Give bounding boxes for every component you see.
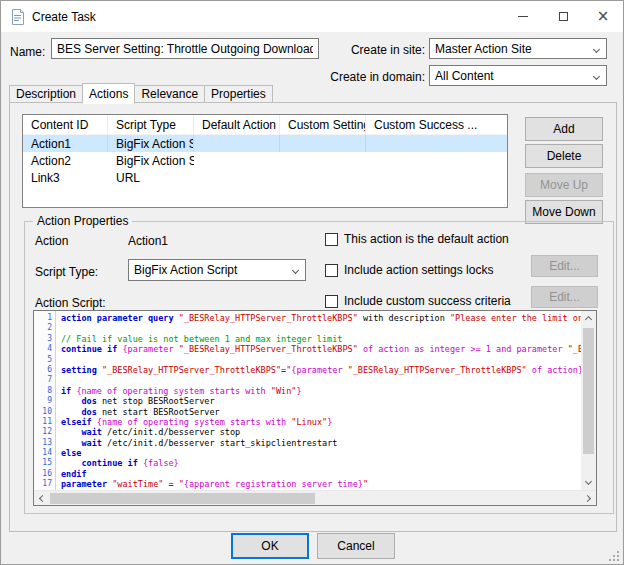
script-line: parameter "waitTime" = "{apparent regist… bbox=[61, 479, 581, 489]
table-cell bbox=[194, 152, 280, 169]
script-line: setting "_BESRelay_HTTPServer_ThrottleKB… bbox=[61, 365, 581, 375]
script-line: wait /etc/init.d/besserver stop bbox=[61, 427, 581, 437]
cancel-button[interactable]: Cancel bbox=[317, 533, 395, 559]
line-number: 6 bbox=[34, 365, 55, 375]
column-header[interactable]: Custom Settings bbox=[280, 115, 366, 135]
actions-tab-page: Content IDScript TypeDefault ActionCusto… bbox=[9, 102, 617, 532]
actions-list[interactable]: Content IDScript TypeDefault ActionCusto… bbox=[22, 114, 508, 208]
tab-strip: Description Actions Relevance Properties bbox=[9, 84, 272, 103]
chevron-right-icon bbox=[584, 495, 591, 502]
title-bar[interactable]: Create Task × bbox=[1, 1, 623, 32]
default-action-checkbox[interactable]: This action is the default action bbox=[325, 232, 509, 246]
chevron-down-icon bbox=[585, 478, 592, 485]
table-row[interactable]: Link3URL bbox=[23, 169, 507, 186]
line-number-gutter: 1234567891011121314151617 bbox=[34, 311, 56, 490]
settings-locks-checkbox[interactable]: Include action settings locks bbox=[325, 263, 493, 277]
horizontal-scrollbar[interactable] bbox=[34, 490, 596, 505]
table-cell bbox=[280, 169, 366, 186]
script-line: dos net start BESRootServer bbox=[61, 407, 581, 417]
line-number: 7 bbox=[34, 375, 55, 385]
ok-button[interactable]: OK bbox=[231, 533, 309, 559]
document-icon bbox=[11, 9, 24, 25]
line-number: 2 bbox=[34, 323, 55, 333]
checkbox-label: Include custom success criteria bbox=[344, 294, 511, 308]
create-in-site-label: Create in site: bbox=[325, 43, 425, 57]
delete-button[interactable]: Delete bbox=[525, 144, 603, 168]
add-button[interactable]: Add bbox=[525, 117, 603, 141]
resize-grip[interactable] bbox=[609, 551, 621, 563]
create-in-domain-select[interactable]: All Content bbox=[429, 65, 607, 86]
script-line: else bbox=[61, 448, 581, 458]
line-number: 13 bbox=[34, 438, 55, 448]
column-header[interactable]: Custom Success ... bbox=[366, 115, 507, 135]
checkbox-label: This action is the default action bbox=[344, 232, 509, 246]
table-row[interactable]: Action2BigFix Action Scr... bbox=[23, 152, 507, 169]
table-row[interactable]: Action1BigFix Action Scr... bbox=[23, 135, 507, 152]
create-task-dialog: Create Task × Name: Create in site: Mast… bbox=[0, 0, 624, 565]
tab-actions[interactable]: Actions bbox=[82, 83, 135, 104]
checkbox-icon bbox=[325, 264, 338, 277]
column-header[interactable]: Script Type bbox=[108, 115, 194, 135]
script-line: elseif {name of operating system starts … bbox=[61, 417, 581, 427]
script-line bbox=[61, 323, 581, 333]
line-number: 17 bbox=[34, 479, 55, 489]
list-body: Action1BigFix Action Scr...Action2BigFix… bbox=[23, 135, 507, 186]
action-script-editor[interactable]: 1234567891011121314151617 action paramet… bbox=[33, 310, 597, 506]
close-icon: × bbox=[597, 9, 610, 24]
line-number: 9 bbox=[34, 396, 55, 406]
table-cell bbox=[280, 135, 366, 152]
script-type-value: BigFix Action Script bbox=[134, 263, 237, 277]
window-controls: × bbox=[503, 1, 623, 32]
tab-description[interactable]: Description bbox=[9, 85, 83, 103]
vertical-scrollbar[interactable] bbox=[581, 311, 596, 490]
script-line: dos net stop BESRootServer bbox=[61, 396, 581, 406]
line-number: 3 bbox=[34, 334, 55, 344]
close-button[interactable]: × bbox=[583, 1, 623, 32]
line-number: 8 bbox=[34, 386, 55, 396]
tab-properties[interactable]: Properties bbox=[204, 85, 273, 103]
scroll-up-button[interactable] bbox=[581, 311, 596, 326]
scroll-down-button[interactable] bbox=[581, 475, 596, 490]
tab-label: Properties bbox=[211, 87, 266, 101]
checkbox-label: Include action settings locks bbox=[344, 263, 493, 277]
minimize-button[interactable] bbox=[503, 1, 543, 32]
line-number: 10 bbox=[34, 407, 55, 417]
table-cell bbox=[194, 135, 280, 152]
chevron-left-icon bbox=[39, 495, 46, 502]
table-cell bbox=[366, 152, 507, 169]
script-line: wait /etc/init.d/besserver start_skipcli… bbox=[61, 438, 581, 448]
group-title: Action Properties bbox=[33, 214, 132, 228]
success-criteria-checkbox[interactable]: Include custom success criteria bbox=[325, 294, 511, 308]
script-line: action parameter query "_BESRelay_HTTPSe… bbox=[61, 313, 581, 323]
column-header[interactable]: Default Action bbox=[194, 115, 280, 135]
action-value: Action1 bbox=[128, 234, 168, 248]
table-cell: BigFix Action Scr... bbox=[108, 135, 194, 152]
script-type-select[interactable]: BigFix Action Script bbox=[128, 259, 306, 281]
edit-success-criteria-button[interactable]: Edit... bbox=[531, 286, 598, 308]
horizontal-scroll-thumb[interactable] bbox=[50, 493, 315, 504]
tab-label: Actions bbox=[89, 87, 128, 101]
scroll-right-button[interactable] bbox=[581, 491, 596, 506]
name-input[interactable] bbox=[51, 38, 319, 59]
create-in-site-select[interactable]: Master Action Site bbox=[429, 38, 607, 59]
tab-relevance[interactable]: Relevance bbox=[134, 85, 205, 103]
table-cell: Link3 bbox=[23, 169, 108, 186]
move-up-button[interactable]: Move Up bbox=[525, 173, 603, 197]
tab-label: Description bbox=[16, 87, 76, 101]
vertical-scroll-thumb[interactable] bbox=[583, 328, 594, 454]
line-number: 5 bbox=[34, 355, 55, 365]
maximize-button[interactable] bbox=[543, 1, 583, 32]
script-line: continue if {parameter "_BESRelay_HTTPSe… bbox=[61, 344, 581, 354]
line-number: 14 bbox=[34, 448, 55, 458]
script-code[interactable]: action parameter query "_BESRelay_HTTPSe… bbox=[57, 311, 581, 490]
script-line bbox=[61, 375, 581, 385]
script-line: endif bbox=[61, 469, 581, 479]
chevron-down-icon bbox=[593, 73, 600, 80]
script-line bbox=[61, 355, 581, 365]
table-cell: Action1 bbox=[23, 135, 108, 152]
maximize-icon bbox=[559, 12, 568, 21]
edit-settings-locks-button[interactable]: Edit... bbox=[531, 255, 598, 277]
column-header[interactable]: Content ID bbox=[23, 115, 108, 135]
script-type-label: Script Type: bbox=[35, 265, 98, 279]
scroll-left-button[interactable] bbox=[34, 491, 49, 506]
